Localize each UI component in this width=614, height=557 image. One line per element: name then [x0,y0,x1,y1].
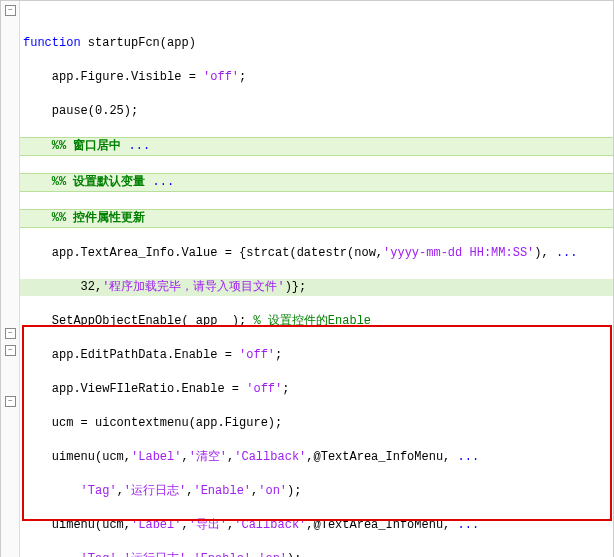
code-line: uimenu(ucm,'Label','清空','Callback',@Text… [19,449,613,466]
code-line-highlight: 32,'程序加载完毕，请导入项目文件')}; [19,279,613,296]
code-line: app.TextArea_Info.Value = {strcat(datest… [19,245,613,262]
fold-marker[interactable] [5,396,16,407]
code-line: uimenu(ucm,'Label','导出','Callback',@Text… [19,517,613,534]
code-line: 'Tag','运行日志','Enable','on'); [19,551,613,557]
fold-marker[interactable] [5,345,16,356]
code-line: SetAppObjectEnable( app ); % 设置控件的Enable [19,313,613,330]
code-line: app.EditPathData.Enable = 'off'; [19,347,613,364]
section-header: %% 控件属性更新 [19,209,613,228]
code-area[interactable]: function startupFcn(app) app.Figure.Visi… [19,1,613,557]
code-line: app.ViewFIleRatio.Enable = 'off'; [19,381,613,398]
section-header: %% 窗口居中 ... [19,137,613,156]
section-header: %% 设置默认变量 ... [19,173,613,192]
code-line: pause(0.25); [19,103,613,120]
fold-marker[interactable] [5,5,16,16]
code-line: app.Figure.Visible = 'off'; [19,69,613,86]
code-line: function startupFcn(app) [19,35,613,52]
fold-marker[interactable] [5,328,16,339]
code-line: ucm = uicontextmenu(app.Figure); [19,415,613,432]
code-line: 'Tag','运行日志','Enable','on'); [19,483,613,500]
code-editor[interactable]: function startupFcn(app) app.Figure.Visi… [0,0,614,557]
gutter [1,1,20,557]
